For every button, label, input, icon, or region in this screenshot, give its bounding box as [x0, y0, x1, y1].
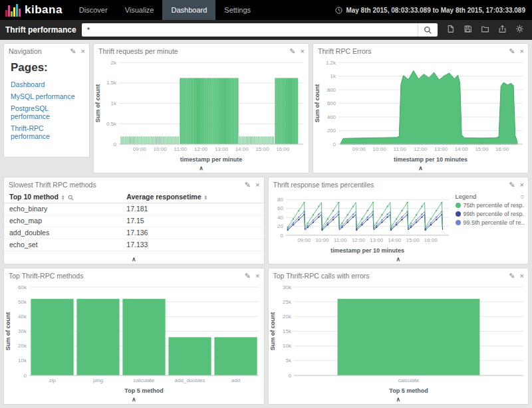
- svg-text:15:00: 15:00: [475, 146, 489, 152]
- sort-icon[interactable]: ▲▼: [204, 195, 207, 201]
- search-form: [82, 23, 438, 37]
- kibana-logo[interactable]: kibana: [0, 0, 70, 20]
- kibana-logo-icon: [5, 3, 21, 17]
- search-icon: [424, 26, 432, 35]
- svg-text:20k: 20k: [18, 343, 27, 349]
- svg-text:calculate: calculate: [134, 377, 155, 383]
- close-icon[interactable]: ×: [255, 181, 259, 189]
- panel-top-methods: Top Thrift-RPC methods ✎ × 010k20k30k40k…: [3, 268, 265, 405]
- svg-text:add: add: [231, 377, 240, 383]
- tab-settings[interactable]: Settings: [215, 0, 259, 20]
- close-icon[interactable]: ×: [255, 272, 259, 280]
- svg-text:13:00: 13:00: [215, 146, 229, 152]
- legend-title: Legend: [456, 193, 477, 200]
- edit-icon[interactable]: ✎: [289, 48, 295, 55]
- time-range-label: May 8th 2015, 08:03:33.089 to May 8th 20…: [346, 7, 525, 14]
- search-button[interactable]: [418, 23, 438, 37]
- panel-title: Thrift requests per minute: [98, 47, 289, 55]
- tab-visualize[interactable]: Visualize: [116, 0, 163, 20]
- svg-text:12:00: 12:00: [351, 237, 365, 243]
- edit-icon[interactable]: ✎: [509, 181, 515, 189]
- tab-discover[interactable]: Discover: [70, 0, 116, 20]
- nav-link-thrift-rpc-performance[interactable]: Thrift-RPC performance: [11, 124, 82, 140]
- svg-text:Sum of count: Sum of count: [94, 84, 101, 123]
- svg-text:Sum of count: Sum of count: [269, 312, 276, 351]
- column-header[interactable]: Top 10 method▲▼: [4, 191, 121, 203]
- app-title: kibana: [25, 3, 63, 17]
- chart-top-errors[interactable]: 05k10k15k20k25k30kcalculateTop 5 methodS…: [269, 282, 529, 395]
- close-icon[interactable]: ×: [301, 48, 305, 55]
- collapse-chevron-icon[interactable]: ∧: [396, 397, 400, 403]
- svg-text:0: 0: [280, 233, 283, 239]
- legend-item-0[interactable]: 75th percentile of resp...: [456, 202, 525, 209]
- query-input[interactable]: [82, 23, 418, 37]
- svg-text:0: 0: [333, 142, 336, 148]
- edit-icon[interactable]: ✎: [245, 181, 251, 189]
- close-icon[interactable]: ×: [520, 48, 524, 55]
- chart-rpc-errors[interactable]: 02004006008001k1.2k09:0010:0011:0012:001…: [313, 57, 528, 163]
- gear-icon: [515, 25, 524, 35]
- column-header[interactable]: Average responsetime▲▼: [121, 191, 263, 203]
- close-icon[interactable]: ×: [81, 48, 85, 55]
- svg-text:09:00: 09:00: [352, 146, 366, 152]
- legend-item-1[interactable]: 99th percentile of resp...: [456, 211, 525, 217]
- panel-response-percentiles: Thrift response times percentiles ✎ × 02…: [268, 177, 529, 264]
- svg-text:12:00: 12:00: [194, 146, 208, 152]
- kibana-app: kibana DiscoverVisualizeDashboardSetting…: [0, 0, 532, 408]
- collapse-chevron-icon[interactable]: ∧: [132, 256, 136, 262]
- save-icon: [464, 25, 472, 35]
- legend-swatch: [456, 203, 461, 208]
- close-icon[interactable]: ×: [520, 181, 524, 189]
- panel-header: Thrift RPC Errors ✎ ×: [313, 44, 528, 57]
- time-range-picker[interactable]: May 8th 2015, 08:03:33.089 to May 8th 20…: [335, 0, 532, 20]
- svg-text:15:00: 15:00: [406, 237, 420, 243]
- panel-header: Navigation ✎ ×: [4, 44, 89, 57]
- table-row: echo_binary17.181: [4, 203, 264, 215]
- svg-text:20: 20: [277, 223, 283, 229]
- panel-title: Navigation: [9, 47, 70, 55]
- filter-icon[interactable]: [68, 195, 74, 201]
- edit-icon[interactable]: ✎: [509, 272, 515, 280]
- svg-text:10k: 10k: [18, 357, 27, 363]
- tab-dashboard[interactable]: Dashboard: [162, 0, 215, 20]
- dashboard-grid: Navigation ✎ × Pages: DashboardMySQL per…: [0, 40, 532, 408]
- collapse-chevron-icon[interactable]: ∧: [132, 397, 136, 403]
- svg-text:1k: 1k: [331, 73, 336, 79]
- legend-toggle-icon[interactable]: ○: [521, 193, 525, 200]
- svg-text:11:00: 11:00: [174, 146, 188, 152]
- edit-icon[interactable]: ✎: [509, 48, 515, 55]
- chart-response-percentiles[interactable]: 02040608009:0010:0011:0012:0013:0014:001…: [269, 191, 454, 255]
- svg-text:40: 40: [277, 215, 283, 221]
- edit-icon[interactable]: ✎: [245, 272, 251, 280]
- svg-text:11:00: 11:00: [394, 146, 407, 152]
- nav-link-dashboard[interactable]: Dashboard: [11, 80, 82, 88]
- svg-text:16:00: 16:00: [495, 146, 509, 152]
- chart-top-methods[interactable]: 010k20k30k40k50k60kzippingcalculateadd_d…: [4, 282, 264, 395]
- collapse-chevron-icon[interactable]: ∧: [396, 256, 400, 262]
- panel-rpc-errors: Thrift RPC Errors ✎ × 02004006008001k1.2…: [313, 43, 529, 173]
- load-dashboard-button[interactable]: [477, 23, 492, 37]
- edit-icon[interactable]: ✎: [70, 48, 76, 55]
- save-dashboard-button[interactable]: [460, 23, 475, 37]
- dashboard-title: Thrift performance: [5, 25, 76, 35]
- svg-text:20k: 20k: [283, 314, 292, 320]
- share-dashboard-button[interactable]: [495, 23, 509, 37]
- nav-link-mysql-performance[interactable]: MySQL performance: [11, 92, 82, 100]
- collapse-chevron-icon[interactable]: ∧: [418, 165, 423, 171]
- new-dashboard-button[interactable]: [443, 23, 458, 37]
- legend-item-2[interactable]: 99.5th percentile of re...: [456, 219, 525, 226]
- svg-text:60k: 60k: [18, 284, 27, 290]
- nav-link-postgresql-performance[interactable]: PostgreSQL performance: [11, 104, 82, 120]
- panel-header: Thrift requests per minute ✎ ×: [94, 44, 309, 57]
- toolbar-actions: [443, 23, 527, 37]
- close-icon[interactable]: ×: [520, 272, 524, 280]
- svg-text:5k: 5k: [285, 357, 291, 363]
- dashboard-options-button[interactable]: [512, 23, 527, 37]
- collapse-chevron-icon[interactable]: ∧: [199, 165, 203, 171]
- table-row: echo_set17.133: [4, 239, 264, 251]
- svg-text:600: 600: [327, 100, 336, 106]
- svg-text:11:00: 11:00: [333, 237, 346, 243]
- chart-thrift-requests[interactable]: 00.5k1k1.5k2k09:0010:0011:0012:0013:0014…: [94, 57, 309, 163]
- navigation-body: Pages: DashboardMySQL performancePostgre…: [4, 57, 89, 157]
- sort-icon[interactable]: ▲▼: [61, 195, 65, 201]
